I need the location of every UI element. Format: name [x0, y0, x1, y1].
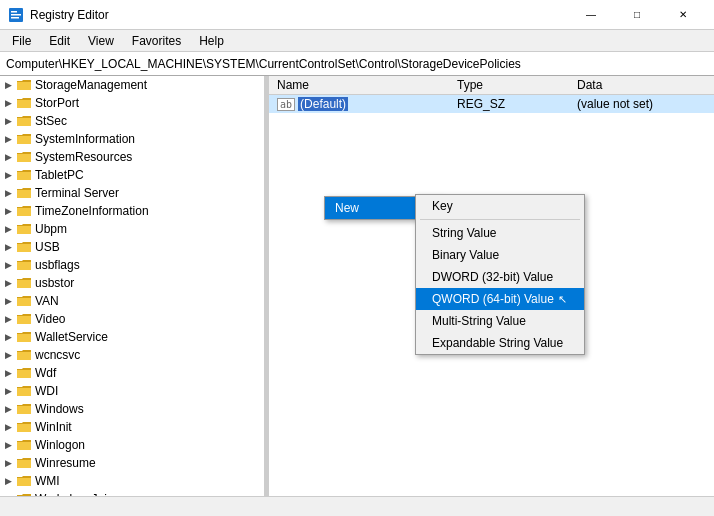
expand-arrow: ▶ [0, 476, 16, 486]
tree-item-stsec[interactable]: ▶ StSec [0, 112, 264, 130]
tree-item-tabletpc[interactable]: ▶ TabletPC [0, 166, 264, 184]
tree-item-video[interactable]: ▶ Video [0, 310, 264, 328]
tree-item-timezoneinformation[interactable]: ▶ TimeZoneInformation [0, 202, 264, 220]
menu-help[interactable]: Help [191, 32, 232, 50]
content-panel: Name Type Data ab (Default) REG_SZ (valu… [269, 76, 714, 496]
expand-arrow: ▶ [0, 422, 16, 432]
tree-item-systeminformation[interactable]: ▶ SystemInformation [0, 130, 264, 148]
tree-label: Terminal Server [35, 186, 119, 200]
context-menu-new-label: New [335, 201, 359, 215]
tree-item-ubpm[interactable]: ▶ Ubpm [0, 220, 264, 238]
folder-icon [16, 275, 32, 291]
expand-arrow: ▶ [0, 332, 16, 342]
tree-item-terminalserver[interactable]: ▶ Terminal Server [0, 184, 264, 202]
tree-item-wcncsvc[interactable]: ▶ wcncsvc [0, 346, 264, 364]
folder-icon [16, 203, 32, 219]
tree-label: wcncsvc [35, 348, 80, 362]
tree-item-wininit[interactable]: ▶ WinInit [0, 418, 264, 436]
folder-icon [16, 365, 32, 381]
col-header-name[interactable]: Name [269, 76, 449, 95]
tree-label: WMI [35, 474, 60, 488]
reg-type-cell: REG_SZ [449, 95, 569, 113]
menu-view[interactable]: View [80, 32, 122, 50]
submenu-multistring-value[interactable]: Multi-String Value [416, 310, 584, 332]
context-menu-overlay: New ▶ Key String Value Binary Value DWOR… [324, 196, 444, 220]
tree-panel[interactable]: ▶ StorageManagement ▶ StorPort ▶ StSec [0, 76, 265, 496]
app-icon [8, 7, 24, 23]
folder-icon [16, 419, 32, 435]
tree-label: StorageManagement [35, 78, 147, 92]
close-button[interactable]: ✕ [660, 0, 706, 30]
tree-item-wmi[interactable]: ▶ WMI [0, 472, 264, 490]
expand-arrow: ▶ [0, 134, 16, 144]
main-area: ▶ StorageManagement ▶ StorPort ▶ StSec [0, 76, 714, 496]
default-label: (Default) [298, 97, 348, 111]
expand-arrow: ▶ [0, 98, 16, 108]
svg-rect-2 [11, 14, 21, 16]
tree-item-storagemanagement[interactable]: ▶ StorageManagement [0, 76, 264, 94]
tree-item-winlogon[interactable]: ▶ Winlogon [0, 436, 264, 454]
expand-arrow: ▶ [0, 116, 16, 126]
expand-arrow: ▶ [0, 404, 16, 414]
tree-label: WinInit [35, 420, 72, 434]
menu-favorites[interactable]: Favorites [124, 32, 189, 50]
minimize-button[interactable]: — [568, 0, 614, 30]
expand-arrow: ▶ [0, 296, 16, 306]
tree-label: USB [35, 240, 60, 254]
menu-file[interactable]: File [4, 32, 39, 50]
tree-label: usbflags [35, 258, 80, 272]
tree-item-storport[interactable]: ▶ StorPort [0, 94, 264, 112]
app-title: Registry Editor [30, 8, 109, 22]
folder-icon [16, 401, 32, 417]
col-header-type[interactable]: Type [449, 76, 569, 95]
submenu-expandable-value[interactable]: Expandable String Value [416, 332, 584, 354]
folder-icon [16, 77, 32, 93]
tree-label: WorkplaceJoin [35, 492, 113, 496]
registry-table: Name Type Data ab (Default) REG_SZ (valu… [269, 76, 714, 113]
folder-icon [16, 293, 32, 309]
tree-item-van[interactable]: ▶ VAN [0, 292, 264, 310]
tree-item-winresume[interactable]: ▶ Winresume [0, 454, 264, 472]
menu-edit[interactable]: Edit [41, 32, 78, 50]
expand-arrow: ▶ [0, 368, 16, 378]
tree-label: usbstor [35, 276, 74, 290]
tree-item-windows[interactable]: ▶ Windows [0, 400, 264, 418]
tree-label: Wdf [35, 366, 56, 380]
submenu-binary-label: Binary Value [432, 248, 499, 262]
tree-item-workplacejoin[interactable]: ▶ WorkplaceJoin [0, 490, 264, 496]
submenu-qword-value[interactable]: QWORD (64-bit) Value ↖ [416, 288, 584, 310]
expand-arrow: ▶ [0, 80, 16, 90]
tree-item-wdi[interactable]: ▶ WDI [0, 382, 264, 400]
tree-item-wdf[interactable]: ▶ Wdf [0, 364, 264, 382]
folder-icon [16, 257, 32, 273]
address-bar: Computer\HKEY_LOCAL_MACHINE\SYSTEM\Curre… [0, 52, 714, 76]
expand-arrow: ▶ [0, 206, 16, 216]
expand-arrow: ▶ [0, 314, 16, 324]
expand-arrow: ▶ [0, 386, 16, 396]
submenu-key[interactable]: Key [416, 195, 584, 217]
folder-icon [16, 95, 32, 111]
folder-icon [16, 383, 32, 399]
tree-item-usb[interactable]: ▶ USB [0, 238, 264, 256]
tree-label: StorPort [35, 96, 79, 110]
tree-label: SystemResources [35, 150, 132, 164]
folder-icon [16, 329, 32, 345]
table-row[interactable]: ab (Default) REG_SZ (value not set) [269, 95, 714, 113]
maximize-button[interactable]: □ [614, 0, 660, 30]
submenu-binary-value[interactable]: Binary Value [416, 244, 584, 266]
submenu-dword-value[interactable]: DWORD (32-bit) Value [416, 266, 584, 288]
expand-arrow: ▶ [0, 152, 16, 162]
tree-item-walletservice[interactable]: ▶ WalletService [0, 328, 264, 346]
title-bar-left: Registry Editor [8, 7, 109, 23]
submenu: Key String Value Binary Value DWORD (32-… [415, 194, 585, 355]
tree-label: WDI [35, 384, 58, 398]
tree-label: VAN [35, 294, 59, 308]
folder-icon [16, 221, 32, 237]
tree-item-usbstor[interactable]: ▶ usbstor [0, 274, 264, 292]
tree-label: Winlogon [35, 438, 85, 452]
tree-item-systemresources[interactable]: ▶ SystemResources [0, 148, 264, 166]
tree-item-usbflags[interactable]: ▶ usbflags [0, 256, 264, 274]
status-bar [0, 496, 714, 516]
submenu-string-value[interactable]: String Value [416, 222, 584, 244]
col-header-data[interactable]: Data [569, 76, 714, 95]
